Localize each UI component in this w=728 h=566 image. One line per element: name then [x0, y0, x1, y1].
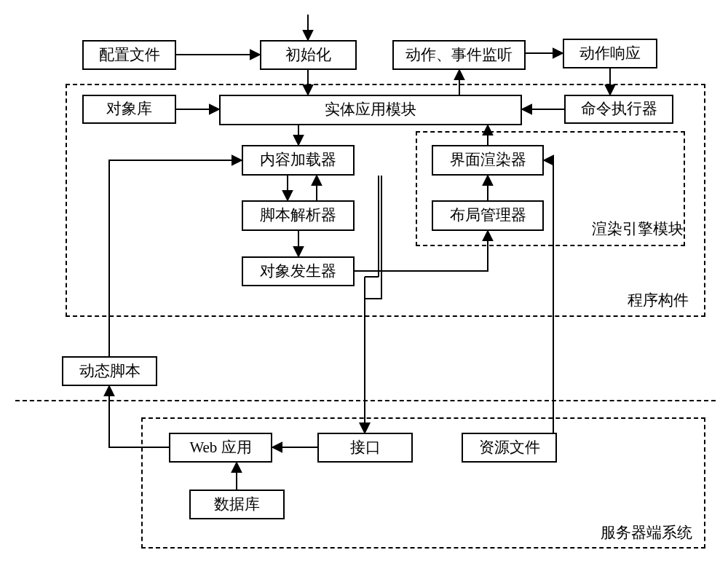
text-web-app: Web 应用 [189, 439, 251, 456]
node-object-generator: 对象发生器 [242, 256, 355, 286]
node-action-response: 动作响应 [563, 39, 657, 68]
text-command-executor: 命令执行器 [581, 101, 657, 117]
node-interface: 接口 [317, 433, 413, 463]
text-entity-app-module: 实体应用模块 [325, 101, 416, 118]
label-server-side: 服务器端系统 [601, 522, 692, 543]
label-render-engine: 渲染引擎模块 [592, 219, 684, 239]
text-object-generator: 对象发生器 [260, 263, 336, 280]
text-interface: 接口 [350, 439, 381, 456]
label-program-component: 程序构件 [628, 290, 689, 310]
node-database: 数据库 [189, 490, 285, 519]
text-content-loader: 内容加载器 [260, 152, 336, 168]
text-action-response: 动作响应 [579, 45, 641, 62]
top-dashed-divider [15, 400, 716, 401]
node-resource-file: 资源文件 [462, 433, 557, 463]
node-dynamic-script: 动态脚本 [62, 356, 157, 386]
text-action-listener: 动作、事件监听 [405, 47, 513, 63]
node-content-loader: 内容加载器 [242, 145, 355, 176]
text-resource-file: 资源文件 [479, 439, 540, 456]
text-initialize: 初始化 [285, 47, 331, 63]
node-entity-app-module: 实体应用模块 [219, 95, 522, 125]
text-database: 数据库 [214, 496, 260, 513]
node-command-executor: 命令执行器 [564, 95, 673, 124]
text-dynamic-script: 动态脚本 [79, 363, 141, 380]
node-action-listener: 动作、事件监听 [392, 40, 526, 70]
node-config-file: 配置文件 [82, 40, 176, 70]
node-layout-manager: 布局管理器 [432, 200, 544, 231]
text-object-library: 对象库 [106, 101, 152, 117]
text-layout-manager: 布局管理器 [450, 207, 526, 224]
node-script-parser: 脚本解析器 [242, 200, 355, 231]
node-object-library: 对象库 [82, 95, 176, 124]
text-script-parser: 脚本解析器 [260, 207, 336, 224]
text-ui-renderer: 界面渲染器 [450, 152, 526, 168]
node-ui-renderer: 界面渲染器 [432, 145, 544, 176]
diagram-canvas: 渲染引擎模块 程序构件 服务器端系统 配置文件 初始化 动作、事件监听 动作响应… [0, 0, 728, 566]
node-web-app: Web 应用 [169, 433, 272, 463]
text-config-file: 配置文件 [99, 47, 160, 63]
node-initialize: 初始化 [260, 40, 357, 70]
